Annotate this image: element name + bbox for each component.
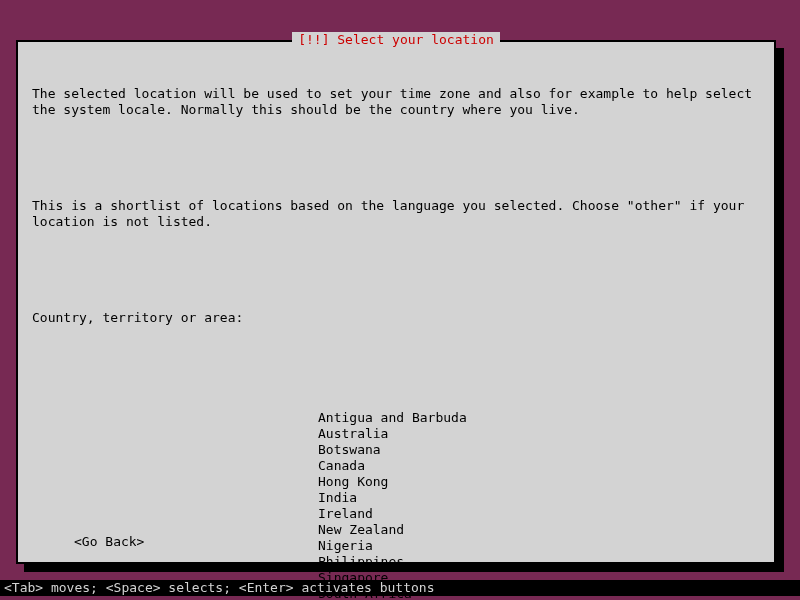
spacer <box>32 262 760 278</box>
spacer <box>32 358 760 374</box>
location-option[interactable]: Australia <box>318 426 760 442</box>
location-option[interactable]: Botswana <box>318 442 760 458</box>
location-option[interactable]: Nigeria <box>318 538 760 554</box>
location-option[interactable]: Canada <box>318 458 760 474</box>
paragraph-2: This is a shortlist of locations based o… <box>32 198 760 230</box>
location-option[interactable]: Ireland <box>318 506 760 522</box>
location-option[interactable]: Philippines <box>318 554 760 570</box>
location-option[interactable]: Hong Kong <box>318 474 760 490</box>
spacer <box>32 150 760 166</box>
paragraph-1: The selected location will be used to se… <box>32 86 760 118</box>
location-option[interactable]: Antigua and Barbuda <box>318 410 760 426</box>
help-bar: <Tab> moves; <Space> selects; <Enter> ac… <box>0 580 800 596</box>
location-option[interactable]: India <box>318 490 760 506</box>
prompt-label: Country, territory or area: <box>32 310 760 326</box>
location-list[interactable]: Antigua and BarbudaAustraliaBotswanaCana… <box>318 410 760 600</box>
dialog-title-wrap: [!!] Select your location <box>18 32 774 48</box>
go-back-button[interactable]: <Go Back> <box>74 534 144 550</box>
location-option[interactable]: New Zealand <box>318 522 760 538</box>
dialog-content: The selected location will be used to se… <box>18 42 774 600</box>
location-dialog: [!!] Select your location The selected l… <box>16 40 776 564</box>
dialog-title: [!!] Select your location <box>292 32 500 48</box>
